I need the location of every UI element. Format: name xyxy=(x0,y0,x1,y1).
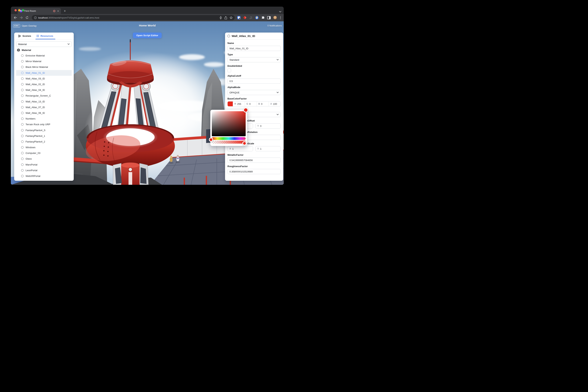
material-list-item[interactable]: Emissive Material xyxy=(16,53,72,58)
side-panel-icon[interactable] xyxy=(267,16,271,19)
roughnessfactor-label: RoughnessFactor xyxy=(228,165,281,168)
metallicfactor-input[interactable] xyxy=(228,158,281,163)
alphacutoff-input[interactable] xyxy=(228,78,281,84)
material-list-item[interactable]: Wall_Atlas_13_ID xyxy=(16,99,72,104)
name-input[interactable] xyxy=(228,46,281,51)
bookmark-star-icon[interactable] xyxy=(230,16,232,19)
url-bar[interactable]: localhost:3000/world/!vjrzmTVOcyIsLgaAkA… xyxy=(32,15,235,20)
saturation-handle[interactable] xyxy=(243,108,248,112)
material-list-item[interactable]: MarsPortal xyxy=(16,162,72,168)
material-list-item[interactable]: Wall_Atlas_03_ID xyxy=(16,76,72,82)
doublesided-checkbox[interactable] xyxy=(228,68,231,72)
material-circle-icon xyxy=(21,129,24,132)
macos-minimize-button[interactable] xyxy=(18,9,20,12)
recording-indicator-icon xyxy=(53,10,55,12)
profile-avatar[interactable] xyxy=(273,16,277,20)
alpha-handle[interactable] xyxy=(242,141,246,146)
open-script-editor-button[interactable]: Open Script Editor xyxy=(133,32,162,38)
material-list-item[interactable]: Wall_Atlas_04_ID xyxy=(16,87,72,93)
microphone-icon[interactable] xyxy=(220,16,222,19)
material-circle-icon xyxy=(21,175,24,177)
recycle-extension-icon[interactable] xyxy=(249,16,253,20)
forward-button[interactable] xyxy=(18,15,24,20)
color-picker-popup xyxy=(210,110,247,146)
reload-button[interactable] xyxy=(24,15,30,20)
material-list-item[interactable]: Wall_Atlas_02_ID xyxy=(16,82,72,87)
tab-scenes[interactable]: Scenes xyxy=(18,32,31,39)
properties-panel: Wall_Atlas_01_ID Name Type Standard Doub… xyxy=(225,32,283,181)
blue-channel[interactable]: B0 xyxy=(257,102,269,106)
material-circle-icon xyxy=(21,83,24,86)
tree-root-material[interactable]: Material xyxy=(16,47,72,53)
alphamode-select[interactable]: OPAQUE xyxy=(228,90,281,95)
share-icon[interactable] xyxy=(224,16,227,19)
material-circle-icon xyxy=(21,152,24,154)
material-list-item[interactable]: Windows xyxy=(16,144,72,150)
material-circle-icon xyxy=(21,66,24,68)
material-list-item[interactable]: Wall_Atlas_07_ID xyxy=(16,104,72,110)
alpha-channel[interactable]: A100 xyxy=(269,102,280,106)
red-channel[interactable]: R255 xyxy=(233,102,245,106)
material-circle-icon xyxy=(21,135,24,137)
saturation-area[interactable] xyxy=(212,111,246,136)
browser-window: Third Room × + localhost:3000/world/!vjr… xyxy=(11,6,284,185)
chrome-menu-icon[interactable] xyxy=(280,16,282,19)
material-list-item[interactable]: FantasyPlants4_2 xyxy=(16,139,72,144)
material-circle-icon xyxy=(21,164,24,166)
search-tabs-chevron-icon[interactable] xyxy=(279,11,282,12)
scale-y-input[interactable]: Y1 xyxy=(256,146,281,151)
material-list-item[interactable]: LeonPortal xyxy=(16,168,72,173)
new-tab-button[interactable]: + xyxy=(63,9,67,13)
material-circle-icon xyxy=(21,146,24,148)
resource-category-select[interactable]: Material xyxy=(16,41,72,47)
material-item-label: Wall_Atlas_01_ID xyxy=(26,72,45,74)
material-list-item[interactable]: Numbers xyxy=(16,116,72,122)
material-circle-icon xyxy=(21,106,24,108)
offset-y-input[interactable]: Y0 xyxy=(256,123,281,128)
puzzle-extensions-icon[interactable] xyxy=(261,16,265,20)
material-item-label: Emissive Material xyxy=(26,54,45,57)
basecolorfactor-row: R255 G0 B0 A100 xyxy=(228,101,281,106)
tab-resources[interactable]: Resources xyxy=(36,32,53,39)
green-channel[interactable]: G0 xyxy=(245,102,257,106)
site-info-icon[interactable] xyxy=(34,16,37,19)
world-viewport: ESC Open Overlay Home World 0 Notificati… xyxy=(11,21,284,185)
material-list-item[interactable]: Terrain Rock only URP xyxy=(16,122,72,127)
color-swatch[interactable] xyxy=(228,102,233,106)
notifications-label[interactable]: 0 Notifications xyxy=(267,24,282,27)
material-circle-icon xyxy=(21,100,24,103)
material-item-label: Rectangular_Screen_C xyxy=(26,94,51,97)
dark-reader-extension-icon[interactable] xyxy=(255,16,259,20)
browser-tab[interactable]: Third Room × xyxy=(18,8,61,14)
macos-zoom-button[interactable] xyxy=(22,9,24,12)
properties-title: Wall_Atlas_01_ID xyxy=(232,34,255,38)
hue-slider[interactable] xyxy=(212,137,246,140)
material-list-item[interactable]: FantasyPlants4_S xyxy=(16,127,72,133)
hue-handle[interactable] xyxy=(209,138,213,142)
material-list-item[interactable]: Glass xyxy=(16,156,72,162)
material-list-item[interactable]: Wall_Atlas_01_ID xyxy=(16,70,72,76)
material-item-label: WebXRPortal xyxy=(26,175,40,178)
back-button[interactable] xyxy=(13,15,18,20)
material-list-item[interactable]: WebXRPortal xyxy=(16,173,72,179)
material-list-item[interactable]: Black Mirror Material xyxy=(16,64,72,70)
scale-x-input[interactable]: X1 xyxy=(228,146,253,151)
material-circle-icon xyxy=(21,140,24,143)
type-select[interactable]: Standard xyxy=(228,57,281,62)
alpha-slider[interactable] xyxy=(212,141,246,144)
doublesided-label: DoubleSided xyxy=(228,64,281,68)
browser-toolbar: localhost:3000/world/!vjrzmTVOcyIsLgaAkA… xyxy=(11,14,284,21)
material-list-item[interactable]: FantasyPlants4_1 xyxy=(16,133,72,139)
macos-close-button[interactable] xyxy=(14,9,17,12)
roughnessfactor-input[interactable] xyxy=(228,169,281,174)
material-item-label: Black Mirror Material xyxy=(26,66,48,68)
material-circle-icon xyxy=(21,78,24,80)
tab-scenes-label: Scenes xyxy=(22,34,31,37)
privacy-shield-extension-icon[interactable] xyxy=(237,16,241,20)
material-list-item[interactable]: Mirror Material xyxy=(16,58,72,64)
material-list-item[interactable]: Rectangular_Screen_C xyxy=(16,93,72,98)
material-list-item[interactable]: Wall_Atlas_06_ID xyxy=(16,110,72,116)
tab-close-icon[interactable]: × xyxy=(57,10,60,12)
red-diamond-extension-icon[interactable] xyxy=(243,16,247,20)
material-list-item[interactable]: Computer_03 xyxy=(16,150,72,156)
